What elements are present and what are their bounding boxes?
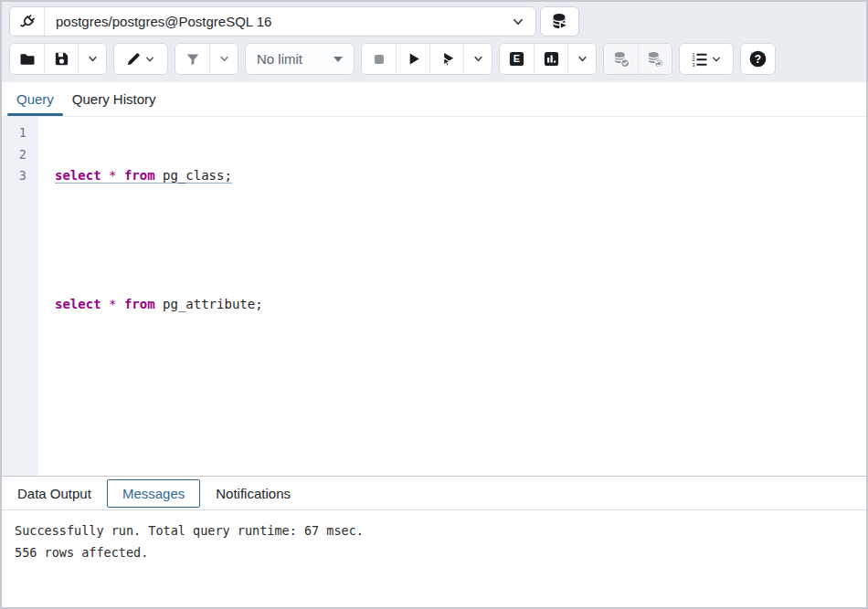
messages-panel: Successfully run. Total query runtime: 6… bbox=[2, 510, 866, 607]
chevron-down-icon bbox=[143, 53, 156, 66]
sql-editor[interactable]: 1 2 3 select * from pg_class; select * f… bbox=[2, 117, 866, 476]
file-button-group bbox=[9, 43, 107, 75]
play-with-cursor-icon bbox=[439, 50, 456, 68]
execute-button-group bbox=[361, 43, 492, 75]
open-file-button[interactable] bbox=[10, 44, 44, 74]
transaction-button-group bbox=[603, 43, 672, 75]
commit-button[interactable] bbox=[604, 44, 638, 74]
help-button[interactable]: ? bbox=[741, 44, 775, 74]
chevron-down-icon bbox=[86, 52, 100, 66]
execute-from-cursor-button[interactable] bbox=[429, 44, 463, 74]
explain-button-group: E bbox=[499, 43, 597, 75]
funnel-icon bbox=[185, 51, 201, 68]
macros-button[interactable]: 1 2 3 bbox=[680, 44, 733, 74]
editor-tabstrip: Query Query History bbox=[2, 82, 866, 117]
help-button-group: ? bbox=[740, 43, 776, 75]
query-toolbar: No limit bbox=[2, 40, 866, 82]
tab-notifications-label: Notifications bbox=[216, 486, 291, 501]
explain-e-icon: E bbox=[508, 50, 525, 68]
tab-query-label: Query bbox=[16, 91, 54, 107]
save-button[interactable] bbox=[44, 44, 78, 74]
tab-messages-label: Messages bbox=[122, 486, 185, 501]
edit-menu-button[interactable] bbox=[114, 44, 167, 74]
play-icon bbox=[405, 50, 422, 68]
connection-select-value: postgres/postgres@PostgreSQL 16 bbox=[56, 14, 271, 29]
tab-notifications[interactable]: Notifications bbox=[204, 480, 302, 507]
rollback-button[interactable] bbox=[638, 44, 672, 74]
query-tool-window: postgres/postgres@PostgreSQL 16 bbox=[0, 0, 868, 609]
pencil-icon bbox=[125, 50, 143, 68]
caret-down-icon bbox=[333, 57, 343, 62]
filter-button[interactable] bbox=[175, 44, 209, 74]
save-dropdown-button[interactable] bbox=[78, 44, 106, 74]
connection-select[interactable]: postgres/postgres@PostgreSQL 16 bbox=[45, 7, 535, 36]
plug-icon bbox=[17, 12, 37, 32]
chevron-down-icon bbox=[710, 53, 723, 66]
code-line-3: select * from pg_attribute; bbox=[55, 294, 866, 316]
tab-data-output[interactable]: Data Output bbox=[5, 480, 103, 507]
message-line-runtime: Successfully run. Total query runtime: 6… bbox=[15, 520, 853, 541]
bar-chart-icon bbox=[543, 50, 560, 68]
execute-button[interactable] bbox=[396, 44, 429, 74]
tab-data-output-label: Data Output bbox=[17, 486, 91, 501]
code-line-2 bbox=[55, 230, 866, 252]
line-number-gutter: 1 2 3 bbox=[2, 117, 38, 476]
connection-status-button[interactable] bbox=[10, 7, 45, 36]
tab-query-history-label: Query History bbox=[72, 91, 156, 107]
line-number: 3 bbox=[2, 165, 38, 187]
stop-button[interactable] bbox=[362, 44, 396, 74]
database-commit-icon bbox=[612, 50, 630, 68]
chevron-down-icon bbox=[576, 52, 589, 66]
row-limit-select[interactable]: No limit bbox=[245, 43, 355, 75]
database-rollback-icon bbox=[646, 50, 664, 68]
tab-query-history[interactable]: Query History bbox=[63, 82, 165, 116]
save-icon bbox=[53, 50, 70, 68]
new-connection-button[interactable] bbox=[540, 6, 579, 37]
svg-text:?: ? bbox=[755, 53, 761, 66]
numbered-list-icon: 1 2 3 bbox=[691, 50, 709, 68]
line-number: 1 bbox=[2, 122, 38, 144]
code-area[interactable]: select * from pg_class; select * from pg… bbox=[38, 117, 866, 476]
stop-icon bbox=[371, 51, 387, 68]
edit-button-group bbox=[113, 43, 168, 75]
filter-button-group bbox=[175, 43, 238, 75]
connection-group: postgres/postgres@PostgreSQL 16 bbox=[9, 6, 536, 37]
explain-button[interactable]: E bbox=[500, 44, 534, 74]
connection-bar: postgres/postgres@PostgreSQL 16 bbox=[2, 2, 866, 40]
explain-analyze-button[interactable] bbox=[534, 44, 567, 74]
code-line-1: select * from pg_class; bbox=[55, 165, 866, 187]
chevron-down-icon bbox=[510, 14, 526, 30]
svg-text:E: E bbox=[513, 53, 520, 64]
explain-options-dropdown-button[interactable] bbox=[567, 44, 596, 74]
database-new-connection-icon bbox=[550, 12, 569, 31]
question-circle-icon: ? bbox=[748, 49, 767, 68]
row-limit-value: No limit bbox=[257, 51, 302, 67]
svg-text:3: 3 bbox=[692, 61, 694, 67]
macros-button-group: 1 2 3 bbox=[679, 43, 734, 75]
filter-dropdown-button[interactable] bbox=[209, 44, 238, 74]
tab-messages[interactable]: Messages bbox=[107, 479, 200, 508]
chevron-down-icon bbox=[471, 52, 485, 66]
message-line-rows: 556 rows affected. bbox=[15, 541, 853, 563]
tab-query[interactable]: Query bbox=[7, 82, 63, 116]
execute-options-dropdown-button[interactable] bbox=[463, 44, 492, 74]
results-tabstrip: Data Output Messages Notifications bbox=[2, 477, 866, 510]
line-number: 2 bbox=[2, 144, 38, 166]
chevron-down-icon bbox=[217, 52, 231, 66]
folder-icon bbox=[18, 50, 37, 68]
